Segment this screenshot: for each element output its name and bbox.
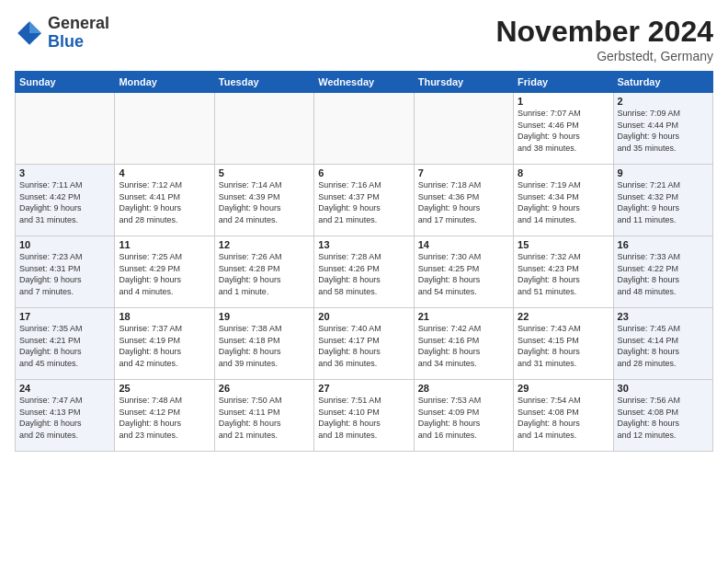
day-info: Sunrise: 7:38 AM Sunset: 4:18 PM Dayligh… bbox=[219, 323, 310, 369]
logo-blue: Blue bbox=[48, 32, 84, 51]
day-info: Sunrise: 7:43 AM Sunset: 4:15 PM Dayligh… bbox=[518, 323, 609, 369]
day-info: Sunrise: 7:14 AM Sunset: 4:39 PM Dayligh… bbox=[219, 179, 310, 225]
table-row: 15Sunrise: 7:32 AM Sunset: 4:23 PM Dayli… bbox=[514, 236, 613, 308]
day-number: 19 bbox=[219, 311, 310, 322]
calendar-table: Sunday Monday Tuesday Wednesday Thursday… bbox=[15, 71, 713, 452]
day-number: 21 bbox=[418, 311, 509, 322]
day-info: Sunrise: 7:21 AM Sunset: 4:32 PM Dayligh… bbox=[618, 179, 709, 225]
logo-icon bbox=[15, 18, 44, 48]
day-info: Sunrise: 7:07 AM Sunset: 4:46 PM Dayligh… bbox=[518, 108, 609, 154]
day-info: Sunrise: 7:16 AM Sunset: 4:37 PM Dayligh… bbox=[318, 179, 409, 225]
table-row: 29Sunrise: 7:54 AM Sunset: 4:08 PM Dayli… bbox=[514, 380, 613, 452]
day-info: Sunrise: 7:35 AM Sunset: 4:21 PM Dayligh… bbox=[19, 323, 110, 369]
day-info: Sunrise: 7:33 AM Sunset: 4:22 PM Dayligh… bbox=[618, 251, 709, 297]
table-row: 16Sunrise: 7:33 AM Sunset: 4:22 PM Dayli… bbox=[613, 236, 712, 308]
day-number: 13 bbox=[318, 239, 409, 250]
day-number: 20 bbox=[318, 311, 409, 322]
header: General Blue November 2024 Gerbstedt, Ge… bbox=[15, 15, 713, 63]
day-info: Sunrise: 7:23 AM Sunset: 4:31 PM Dayligh… bbox=[19, 251, 110, 297]
table-row: 21Sunrise: 7:42 AM Sunset: 4:16 PM Dayli… bbox=[414, 308, 513, 380]
day-info: Sunrise: 7:09 AM Sunset: 4:44 PM Dayligh… bbox=[618, 108, 709, 154]
day-number: 30 bbox=[618, 383, 709, 394]
table-row: 26Sunrise: 7:50 AM Sunset: 4:11 PM Dayli… bbox=[214, 380, 313, 452]
table-row bbox=[115, 93, 214, 165]
col-tuesday: Tuesday bbox=[214, 72, 313, 93]
calendar-week-row: 17Sunrise: 7:35 AM Sunset: 4:21 PM Dayli… bbox=[16, 308, 713, 380]
logo-text: General Blue bbox=[48, 15, 109, 52]
logo-general: General bbox=[48, 14, 109, 32]
table-row: 8Sunrise: 7:19 AM Sunset: 4:34 PM Daylig… bbox=[514, 165, 613, 236]
day-number: 10 bbox=[19, 239, 110, 250]
day-number: 12 bbox=[219, 239, 310, 250]
table-row bbox=[414, 93, 513, 165]
calendar-week-row: 24Sunrise: 7:47 AM Sunset: 4:13 PM Dayli… bbox=[16, 380, 713, 452]
table-row: 5Sunrise: 7:14 AM Sunset: 4:39 PM Daylig… bbox=[214, 165, 313, 236]
table-row: 24Sunrise: 7:47 AM Sunset: 4:13 PM Dayli… bbox=[16, 380, 115, 452]
table-row: 25Sunrise: 7:48 AM Sunset: 4:12 PM Dayli… bbox=[115, 380, 214, 452]
table-row: 28Sunrise: 7:53 AM Sunset: 4:09 PM Dayli… bbox=[414, 380, 513, 452]
col-friday: Friday bbox=[514, 72, 613, 93]
table-row: 3Sunrise: 7:11 AM Sunset: 4:42 PM Daylig… bbox=[16, 165, 115, 236]
day-number: 17 bbox=[19, 311, 110, 322]
col-thursday: Thursday bbox=[414, 72, 513, 93]
table-row: 9Sunrise: 7:21 AM Sunset: 4:32 PM Daylig… bbox=[613, 165, 712, 236]
day-number: 4 bbox=[119, 167, 210, 178]
day-number: 2 bbox=[618, 96, 709, 107]
col-monday: Monday bbox=[115, 72, 214, 93]
table-row: 23Sunrise: 7:45 AM Sunset: 4:14 PM Dayli… bbox=[613, 308, 712, 380]
day-info: Sunrise: 7:26 AM Sunset: 4:28 PM Dayligh… bbox=[219, 251, 310, 297]
day-number: 18 bbox=[119, 311, 210, 322]
day-number: 6 bbox=[318, 167, 409, 178]
day-number: 11 bbox=[119, 239, 210, 250]
day-number: 27 bbox=[318, 383, 409, 394]
day-info: Sunrise: 7:47 AM Sunset: 4:13 PM Dayligh… bbox=[19, 395, 110, 441]
day-number: 25 bbox=[119, 383, 210, 394]
col-saturday: Saturday bbox=[613, 72, 712, 93]
day-number: 5 bbox=[219, 167, 310, 178]
table-row: 22Sunrise: 7:43 AM Sunset: 4:15 PM Dayli… bbox=[514, 308, 613, 380]
calendar-week-row: 3Sunrise: 7:11 AM Sunset: 4:42 PM Daylig… bbox=[16, 165, 713, 236]
day-info: Sunrise: 7:48 AM Sunset: 4:12 PM Dayligh… bbox=[119, 395, 210, 441]
day-number: 15 bbox=[518, 239, 609, 250]
day-number: 29 bbox=[518, 383, 609, 394]
day-number: 3 bbox=[19, 167, 110, 178]
logo: General Blue bbox=[15, 15, 109, 52]
table-row: 2Sunrise: 7:09 AM Sunset: 4:44 PM Daylig… bbox=[613, 93, 712, 165]
day-info: Sunrise: 7:40 AM Sunset: 4:17 PM Dayligh… bbox=[318, 323, 409, 369]
svg-marker-1 bbox=[29, 21, 41, 33]
calendar-header-row: Sunday Monday Tuesday Wednesday Thursday… bbox=[16, 72, 713, 93]
day-info: Sunrise: 7:32 AM Sunset: 4:23 PM Dayligh… bbox=[518, 251, 609, 297]
table-row: 10Sunrise: 7:23 AM Sunset: 4:31 PM Dayli… bbox=[16, 236, 115, 308]
day-info: Sunrise: 7:18 AM Sunset: 4:36 PM Dayligh… bbox=[418, 179, 509, 225]
table-row: 6Sunrise: 7:16 AM Sunset: 4:37 PM Daylig… bbox=[314, 165, 414, 236]
col-wednesday: Wednesday bbox=[314, 72, 414, 93]
day-number: 1 bbox=[518, 96, 609, 107]
day-number: 26 bbox=[219, 383, 310, 394]
table-row: 14Sunrise: 7:30 AM Sunset: 4:25 PM Dayli… bbox=[414, 236, 513, 308]
table-row: 11Sunrise: 7:25 AM Sunset: 4:29 PM Dayli… bbox=[115, 236, 214, 308]
table-row: 12Sunrise: 7:26 AM Sunset: 4:28 PM Dayli… bbox=[214, 236, 313, 308]
day-number: 28 bbox=[418, 383, 509, 394]
day-info: Sunrise: 7:42 AM Sunset: 4:16 PM Dayligh… bbox=[418, 323, 509, 369]
title-block: November 2024 Gerbstedt, Germany bbox=[495, 15, 713, 63]
table-row: 20Sunrise: 7:40 AM Sunset: 4:17 PM Dayli… bbox=[314, 308, 414, 380]
table-row: 1Sunrise: 7:07 AM Sunset: 4:46 PM Daylig… bbox=[514, 93, 613, 165]
day-number: 7 bbox=[418, 167, 509, 178]
day-info: Sunrise: 7:28 AM Sunset: 4:26 PM Dayligh… bbox=[318, 251, 409, 297]
day-info: Sunrise: 7:25 AM Sunset: 4:29 PM Dayligh… bbox=[119, 251, 210, 297]
day-number: 24 bbox=[19, 383, 110, 394]
day-info: Sunrise: 7:37 AM Sunset: 4:19 PM Dayligh… bbox=[119, 323, 210, 369]
table-row bbox=[214, 93, 313, 165]
day-info: Sunrise: 7:53 AM Sunset: 4:09 PM Dayligh… bbox=[418, 395, 509, 441]
table-row: 30Sunrise: 7:56 AM Sunset: 4:08 PM Dayli… bbox=[613, 380, 712, 452]
table-row: 18Sunrise: 7:37 AM Sunset: 4:19 PM Dayli… bbox=[115, 308, 214, 380]
month-title: November 2024 bbox=[495, 15, 713, 49]
table-row: 17Sunrise: 7:35 AM Sunset: 4:21 PM Dayli… bbox=[16, 308, 115, 380]
table-row: 19Sunrise: 7:38 AM Sunset: 4:18 PM Dayli… bbox=[214, 308, 313, 380]
day-info: Sunrise: 7:19 AM Sunset: 4:34 PM Dayligh… bbox=[518, 179, 609, 225]
col-sunday: Sunday bbox=[16, 72, 115, 93]
day-number: 8 bbox=[518, 167, 609, 178]
table-row: 7Sunrise: 7:18 AM Sunset: 4:36 PM Daylig… bbox=[414, 165, 513, 236]
day-number: 9 bbox=[618, 167, 709, 178]
day-number: 16 bbox=[618, 239, 709, 250]
